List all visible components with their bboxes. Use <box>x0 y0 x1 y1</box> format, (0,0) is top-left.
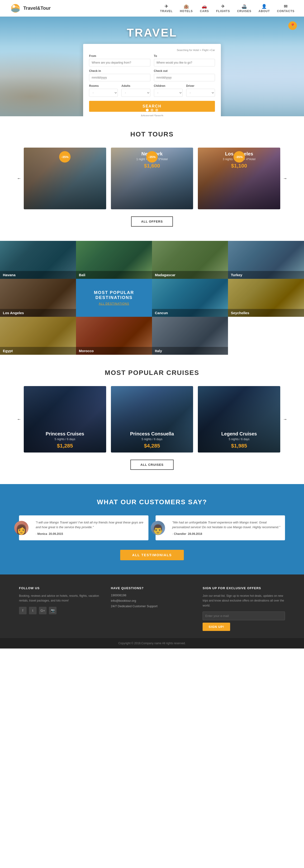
advanced-search-link[interactable]: Advanced Search <box>89 114 215 116</box>
nav-contacts[interactable]: ✉ CONTACTS <box>277 4 295 13</box>
cruise-card-legend[interactable]: Legend Cruises 5 nights / 6 days $1,985 <box>198 386 280 453</box>
email-signup-input[interactable] <box>202 612 285 620</box>
footer-signup: SIGN UP FOR EXCLUSIVE OFFERS Join our em… <box>202 586 285 631</box>
instagram-icon[interactable]: 📷 <box>49 607 57 614</box>
facebook-icon[interactable]: f <box>19 607 27 614</box>
legend-price: $1,985 <box>201 443 277 449</box>
logo[interactable]: Travel&Tour <box>9 4 51 13</box>
cruises-prev-button[interactable]: ← <box>15 415 23 424</box>
email-link[interactable]: info@booktour.org <box>111 599 136 602</box>
testimonial-text-1: "We had an unforgettable Travel experien… <box>172 520 280 529</box>
from-input[interactable] <box>89 59 150 66</box>
contacts-icon: ✉ <box>284 4 287 9</box>
avatar-monica: 👩 <box>14 521 28 535</box>
all-testimonials-button[interactable]: ALL TESTIMONIALS <box>120 550 184 560</box>
dest-egypt[interactable]: Egypt <box>0 317 76 355</box>
nav-flights[interactable]: ✈ FLIGHTS <box>216 4 230 13</box>
dest-seychelles[interactable]: Seychelles <box>228 279 304 317</box>
legend-info: Legend Cruises 5 nights / 6 days $1,985 <box>198 428 280 453</box>
search-box: Searching for Hotel + Flight +Car From T… <box>83 44 221 116</box>
twitter-icon[interactable]: t <box>29 607 36 614</box>
signup-title: SIGN UP FOR EXCLUSIVE OFFERS <box>202 586 285 590</box>
dest-cancun[interactable]: Cancun <box>152 279 228 317</box>
madagascar-label: Madagascar <box>152 271 228 279</box>
cruises-next-button[interactable]: → <box>281 415 289 424</box>
nav-about[interactable]: 👤 ABOUT <box>259 4 270 13</box>
losangeles-price: $1,100 <box>201 163 277 169</box>
all-cruises-button[interactable]: ALL CRUISES <box>130 460 173 470</box>
checkout-input[interactable] <box>154 74 215 82</box>
hero-dot-2[interactable] <box>150 109 154 112</box>
nav-travel[interactable]: ✈ TRAVEL <box>160 4 173 13</box>
to-label: To <box>154 54 215 58</box>
dest-turkey[interactable]: Turkey <box>228 241 304 279</box>
footer: FOLLOW US Booking, reviews and advice on… <box>0 575 304 638</box>
destinations-center-title: MOST POPULAR DESTINATIONS <box>76 290 152 300</box>
hot-tours-section: HOT TOURS ← -35% Barcelona 2 nights + Fl… <box>0 116 304 241</box>
princess-name: Princess Cruises <box>27 431 103 437</box>
testimonial-author-0: - Monica 20.09.2015 <box>36 532 144 535</box>
tours-prev-button[interactable]: ← <box>15 174 23 183</box>
cruise-card-princess[interactable]: Princess Cruises 5 nights / 6 days $1,28… <box>24 386 106 453</box>
rooms-select[interactable]: - <box>89 89 118 97</box>
footer-follow: FOLLOW US Booking, reviews and advice on… <box>19 586 102 631</box>
tour-card-losangeles[interactable]: -35% Los Angeles 3 nights + Flight + 4*H… <box>198 148 280 209</box>
princess-desc: 5 nights / 6 days <box>27 438 103 441</box>
from-label: From <box>89 54 150 58</box>
nav-about-label: ABOUT <box>259 9 270 13</box>
logo-text: Travel&Tour <box>23 5 51 11</box>
nav-cars[interactable]: 🚗 CARS <box>200 4 209 13</box>
cruises-title: MOST POPULAR CRUISES <box>19 369 285 377</box>
hero-title: TRAVEL <box>127 26 177 39</box>
destinations-grid: Havana Bali Madagascar Turkey Los Angele… <box>0 241 304 355</box>
footer-bottom: Copyright © 2018.Company name All rights… <box>0 638 304 649</box>
adults-select[interactable]: - <box>121 89 150 97</box>
support-text: 24/7 Dedicated Customer Support <box>111 604 193 608</box>
princess-price: $1,285 <box>27 443 103 449</box>
dest-losangeles[interactable]: Los Angeles <box>0 279 76 317</box>
dest-madagascar[interactable]: Madagascar <box>152 241 228 279</box>
princess-info: Princess Cruises 5 nights / 6 days $1,28… <box>24 428 106 453</box>
to-input[interactable] <box>154 59 215 66</box>
signup-button[interactable]: SIGN UP! <box>202 623 230 631</box>
nav-travel-label: TRAVEL <box>160 9 173 13</box>
testimonial-author-1: - Chandler 28.09.2018 <box>172 532 280 535</box>
hero-dot-3[interactable] <box>155 109 158 112</box>
follow-title: FOLLOW US <box>19 586 102 590</box>
dest-morocco[interactable]: Morocco <box>76 317 152 355</box>
turkey-label: Turkey <box>228 271 304 279</box>
adults-label: Adults <box>121 84 150 88</box>
nav-cruises[interactable]: 🚢 CRUISES <box>237 4 251 13</box>
driver-select[interactable]: - <box>186 89 215 97</box>
dest-italy[interactable]: Italy <box>152 317 228 355</box>
egypt-label: Egypt <box>0 347 76 355</box>
about-icon: 👤 <box>261 4 267 9</box>
dest-havana[interactable]: Havana <box>0 241 76 279</box>
testimonials-title: WHAT OUR CUSTOMERS SAY? <box>19 498 285 506</box>
tours-next-button[interactable]: → <box>281 174 289 183</box>
all-offers-button[interactable]: ALL OFFERS <box>131 216 173 227</box>
social-icons: f t G+ 📷 <box>19 607 102 614</box>
driver-field: Driver - <box>186 84 215 97</box>
barcelona-badge: -35% <box>59 151 71 162</box>
tour-card-newyork[interactable]: -35% New York 1 night + Flight + 5*Hotel… <box>111 148 193 209</box>
children-select[interactable]: - <box>154 89 183 97</box>
hero-dots <box>146 109 158 112</box>
testimonial-card-0: 👩 "I will use Mango Travel again! I've t… <box>19 516 148 540</box>
location-pin-button[interactable]: 📍 <box>288 21 297 30</box>
tours-carousel: ← -35% Barcelona 2 nights + Flight + 4*H… <box>19 148 285 209</box>
cruise-card-consuella[interactable]: Princess Consuella 5 nights / 6 days $4,… <box>111 386 193 453</box>
testimonials-section: WHAT OUR CUSTOMERS SAY? 👩 "I will use Ma… <box>0 484 304 575</box>
nav-hotels[interactable]: 🏨 HOTELS <box>180 4 193 13</box>
from-field: From <box>89 54 150 66</box>
all-destinations-link[interactable]: ALL DESTINATIONS <box>99 302 129 305</box>
googleplus-icon[interactable]: G+ <box>39 607 47 614</box>
checkin-input[interactable] <box>89 74 150 82</box>
tour-card-barcelona[interactable]: -35% Barcelona 2 nights + Flight + 4*Hot… <box>24 148 106 209</box>
navbar: Travel&Tour ✈ TRAVEL 🏨 HOTELS 🚗 CARS ✈ F… <box>0 0 304 17</box>
hero-dot-1[interactable] <box>146 109 149 112</box>
checkout-label: Check out <box>154 69 215 72</box>
destinations-center: MOST POPULAR DESTINATIONS ALL DESTINATIO… <box>76 279 152 317</box>
footer-questions: HAVE QUESTIONS? 190008198 info@booktour.… <box>111 586 193 631</box>
dest-bali[interactable]: Bali <box>76 241 152 279</box>
